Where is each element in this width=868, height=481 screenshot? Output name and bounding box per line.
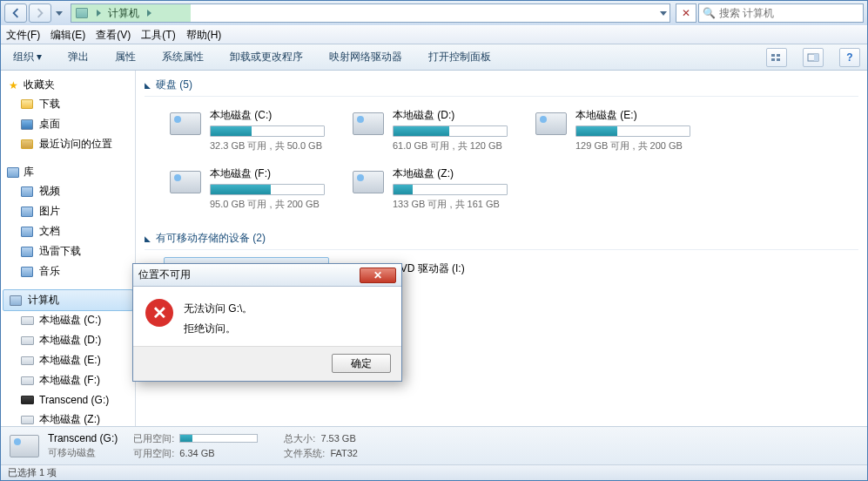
sidebar-item-thunder[interactable]: 迅雷下载 [1, 241, 135, 261]
sidebar-item-drive-e[interactable]: 本地磁盘 (E:) [1, 350, 135, 370]
sidebar-item-pictures[interactable]: 图片 [1, 201, 135, 221]
sidebar-item-drive-z[interactable]: 本地磁盘 (Z:) [1, 410, 135, 426]
svg-rect-1 [777, 54, 780, 57]
menu-edit[interactable]: 编辑(E) [50, 28, 85, 43]
drive-icon [20, 374, 34, 388]
drive-icon [10, 435, 39, 457]
titlebar: 计算机 ✕ 🔍 [1, 1, 867, 25]
menu-file[interactable]: 文件(F) [6, 28, 40, 43]
usage-text: 61.0 GB 可用 , 共 120 GB [393, 139, 508, 152]
drive-card[interactable]: 本地磁盘 (C:)32.3 GB 可用 , 共 50.0 GB [164, 104, 329, 157]
uninstall-button[interactable]: 卸载或更改程序 [225, 46, 308, 68]
error-icon: ✕ [145, 299, 173, 327]
drive-icon [20, 354, 34, 368]
sidebar-item-drive-c[interactable]: 本地磁盘 (C:) [1, 310, 135, 330]
sidebar-item-downloads[interactable]: 下载 [1, 94, 135, 114]
music-icon [20, 265, 34, 279]
toolbar: 组织 ▾ 弹出 属性 系统属性 卸载或更改程序 映射网络驱动器 打开控制面板 ? [1, 44, 867, 71]
drive-icon [20, 314, 34, 328]
nav-forward-button[interactable] [29, 3, 51, 23]
svg-rect-2 [771, 58, 775, 61]
properties-button[interactable]: 属性 [110, 46, 141, 68]
details-pane: Transcend (G:) 可移动磁盘 已用空间: 可用空间:6.34 GB … [1, 426, 867, 464]
stop-button[interactable]: ✕ [676, 3, 696, 23]
control-panel-button[interactable]: 打开控制面板 [423, 46, 496, 68]
address-bar[interactable]: 计算机 [71, 3, 670, 23]
dialog-ok-button[interactable]: 确定 [332, 354, 391, 373]
menu-tools[interactable]: 工具(T) [141, 28, 175, 43]
library-icon [6, 166, 20, 180]
workspace: ★收藏夹 下载 桌面 最近访问的位置 库 视频 图片 文档 迅雷下载 音乐 计算… [1, 71, 867, 426]
sidebar-computer-header[interactable]: 计算机 [3, 289, 133, 311]
svg-rect-3 [777, 58, 780, 61]
drive-icon [20, 393, 34, 407]
search-box[interactable]: 🔍 [698, 3, 864, 23]
address-dropdown[interactable] [657, 11, 670, 16]
nav-back-button[interactable] [4, 3, 27, 23]
drive-card[interactable]: 本地磁盘 (Z:)133 GB 可用 , 共 161 GB [347, 162, 512, 215]
usage-text: 129 GB 可用 , 共 200 GB [575, 139, 690, 152]
filesystem-label: 文件系统: [284, 447, 325, 460]
sidebar-item-music[interactable]: 音乐 [1, 261, 135, 281]
preview-pane-button[interactable] [803, 48, 824, 67]
usage-bar [393, 125, 508, 137]
hdd-icon [534, 108, 569, 139]
group-removable[interactable]: ◣有可移动存储的设备 (2) [145, 227, 858, 250]
dialog-close-button[interactable]: ✕ [360, 268, 396, 283]
recent-icon [20, 138, 34, 152]
hdd-icon [168, 166, 203, 198]
usage-bar [210, 125, 325, 137]
drive-card[interactable]: 本地磁盘 (E:)129 GB 可用 , 共 200 GB [529, 104, 695, 157]
filesystem-value: FAT32 [330, 448, 358, 458]
dialog-message-2: 拒绝访问。 [184, 319, 252, 339]
sidebar-item-documents[interactable]: 文档 [1, 221, 135, 241]
drive-name: 本地磁盘 (E:) [575, 108, 690, 123]
details-type: 可移动磁盘 [48, 446, 118, 459]
search-icon: 🔍 [703, 7, 716, 19]
error-dialog: 位置不可用 ✕ ✕ 无法访问 G:\。 拒绝访问。 确定 [132, 263, 402, 382]
nav-history-dropdown[interactable] [53, 11, 65, 16]
menu-help[interactable]: 帮助(H) [186, 28, 222, 43]
drive-name: 本地磁盘 (Z:) [393, 166, 508, 181]
status-bar: 已选择 1 项 [1, 464, 867, 480]
drive-name: 本地磁盘 (D:) [393, 108, 508, 123]
menu-view[interactable]: 查看(V) [96, 28, 131, 43]
hdd-icon [168, 108, 203, 139]
details-name: Transcend (G:) [48, 432, 118, 444]
sidebar-item-drive-f[interactable]: 本地磁盘 (F:) [1, 370, 135, 390]
sidebar-item-drive-d[interactable]: 本地磁盘 (D:) [1, 330, 135, 350]
organize-button[interactable]: 组织 ▾ [8, 46, 47, 68]
drive-card[interactable]: 本地磁盘 (F:)95.0 GB 可用 , 共 200 GB [164, 162, 329, 215]
search-input[interactable] [719, 7, 859, 19]
sidebar-item-recent[interactable]: 最近访问的位置 [1, 134, 135, 154]
drive-icon [20, 334, 34, 348]
total-size-label: 总大小: [284, 432, 315, 445]
dialog-message-1: 无法访问 G:\。 [184, 299, 252, 319]
sidebar-item-drive-g[interactable]: Transcend (G:) [1, 390, 135, 410]
usage-bar [575, 125, 690, 137]
svg-rect-0 [771, 54, 775, 57]
drive-card[interactable]: 本地磁盘 (D:)61.0 GB 可用 , 共 120 GB [347, 104, 512, 157]
sidebar-item-videos[interactable]: 视频 [1, 181, 135, 201]
map-drive-button[interactable]: 映射网络驱动器 [324, 46, 407, 68]
sidebar-libraries: 库 视频 图片 文档 迅雷下载 音乐 [1, 163, 135, 281]
sidebar-item-desktop[interactable]: 桌面 [1, 114, 135, 134]
group-hard-disks[interactable]: ◣硬盘 (5) [145, 74, 858, 97]
help-button[interactable]: ? [839, 48, 860, 67]
collapse-icon: ◣ [145, 234, 151, 243]
dialog-title: 位置不可用 [138, 268, 191, 282]
system-properties-button[interactable]: 系统属性 [157, 46, 209, 68]
drive-name: 本地磁盘 (F:) [210, 166, 325, 181]
dialog-titlebar[interactable]: 位置不可用 ✕ [133, 264, 401, 287]
eject-button[interactable]: 弹出 [63, 46, 94, 68]
sidebar-libraries-header[interactable]: 库 [1, 163, 135, 181]
view-options-button[interactable] [766, 48, 787, 67]
sidebar-favorites-header[interactable]: ★收藏夹 [1, 76, 135, 94]
svg-rect-5 [814, 54, 818, 61]
video-icon [20, 185, 34, 199]
usage-bar [210, 184, 325, 195]
free-space-label: 可用空间: [133, 447, 174, 460]
usage-text: 133 GB 可用 , 共 161 GB [393, 198, 508, 211]
drive-icon [20, 413, 34, 427]
address-progress [71, 4, 191, 22]
